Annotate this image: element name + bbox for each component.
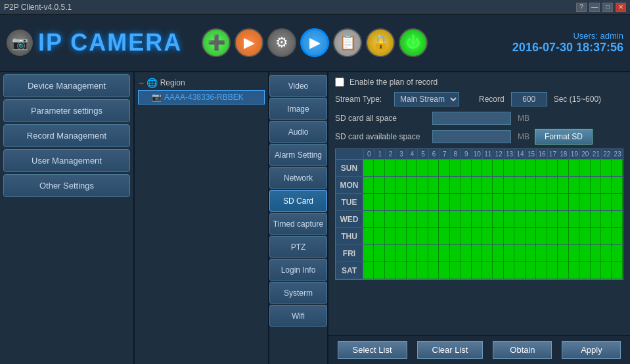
cell-tue-1[interactable] — [374, 194, 384, 210]
cell-mon-13[interactable] — [504, 177, 514, 193]
cell-sat-3[interactable] — [395, 262, 406, 279]
cell-fri-13[interactable] — [504, 245, 514, 262]
cell-tue-4[interactable] — [407, 194, 417, 210]
cell-wed-13[interactable] — [504, 211, 514, 227]
cell-mon-15[interactable] — [526, 177, 536, 193]
cell-fri-17[interactable] — [547, 245, 558, 262]
cell-wed-22[interactable] — [601, 211, 612, 227]
cell-fri-2[interactable] — [385, 245, 395, 262]
cell-sun-19[interactable] — [569, 160, 579, 176]
cell-fri-9[interactable] — [461, 245, 471, 262]
cell-mon-6[interactable] — [428, 177, 439, 193]
cell-sun-12[interactable] — [493, 160, 503, 176]
cell-mon-10[interactable] — [472, 177, 482, 193]
cell-fri-8[interactable] — [450, 245, 461, 262]
sidebar-item-device-management[interactable]: Device Management — [3, 74, 130, 97]
cell-tue-0[interactable] — [363, 194, 374, 210]
cell-wed-23[interactable] — [612, 211, 622, 227]
cell-wed-4[interactable] — [407, 211, 417, 227]
cell-wed-5[interactable] — [417, 211, 428, 227]
cell-wed-0[interactable] — [363, 211, 374, 227]
cell-sat-0[interactable] — [363, 262, 374, 279]
cell-tue-13[interactable] — [504, 194, 514, 210]
cell-sat-19[interactable] — [569, 262, 579, 279]
minimize-button[interactable]: — — [589, 3, 600, 12]
gear-toolbar-btn[interactable]: ⚙ — [267, 28, 296, 57]
file-toolbar-btn[interactable]: 📋 — [333, 28, 362, 57]
cell-sun-8[interactable] — [450, 160, 461, 176]
cell-sun-15[interactable] — [526, 160, 536, 176]
cell-sat-17[interactable] — [547, 262, 558, 279]
enable-plan-checkbox[interactable] — [335, 78, 344, 87]
cell-tue-11[interactable] — [482, 194, 493, 210]
cell-wed-8[interactable] — [450, 211, 461, 227]
cell-sun-23[interactable] — [612, 160, 622, 176]
tab-ptz[interactable]: PTZ — [269, 236, 327, 258]
tab-network[interactable]: Network — [269, 167, 327, 189]
cell-fri-15[interactable] — [526, 245, 536, 262]
cell-wed-3[interactable] — [395, 211, 406, 227]
cell-tue-23[interactable] — [612, 194, 622, 210]
cell-tue-21[interactable] — [591, 194, 601, 210]
cell-sat-8[interactable] — [450, 262, 461, 279]
cell-wed-16[interactable] — [536, 211, 547, 227]
tab-image[interactable]: Image — [269, 98, 327, 120]
cell-sun-4[interactable] — [407, 160, 417, 176]
cell-tue-16[interactable] — [536, 194, 547, 210]
cell-tue-10[interactable] — [472, 194, 482, 210]
cell-sun-17[interactable] — [547, 160, 558, 176]
cell-fri-4[interactable] — [407, 245, 417, 262]
cell-tue-12[interactable] — [493, 194, 503, 210]
cell-fri-14[interactable] — [514, 245, 525, 262]
cell-mon-5[interactable] — [417, 177, 428, 193]
cell-wed-1[interactable] — [374, 211, 384, 227]
cell-sun-6[interactable] — [428, 160, 439, 176]
cell-mon-8[interactable] — [450, 177, 461, 193]
cell-sun-7[interactable] — [439, 160, 449, 176]
cell-fri-18[interactable] — [558, 245, 568, 262]
cell-mon-17[interactable] — [547, 177, 558, 193]
cell-mon-18[interactable] — [558, 177, 568, 193]
cell-sun-22[interactable] — [601, 160, 612, 176]
cell-thu-18[interactable] — [558, 228, 568, 244]
cell-tue-9[interactable] — [461, 194, 471, 210]
sidebar-item-record-management[interactable]: Record Management — [3, 124, 130, 147]
tree-region-row[interactable]: – 🌐 Region — [138, 76, 265, 90]
clear-list-btn[interactable]: Clear List — [417, 341, 484, 359]
cell-wed-11[interactable] — [482, 211, 493, 227]
cell-wed-21[interactable] — [591, 211, 601, 227]
cell-sat-1[interactable] — [374, 262, 384, 279]
cell-thu-19[interactable] — [569, 228, 579, 244]
obtain-btn[interactable]: Obtain — [493, 341, 552, 359]
cell-mon-2[interactable] — [385, 177, 395, 193]
cell-sun-16[interactable] — [536, 160, 547, 176]
cell-tue-7[interactable] — [439, 194, 449, 210]
cell-thu-23[interactable] — [612, 228, 622, 244]
cell-tue-17[interactable] — [547, 194, 558, 210]
cell-mon-22[interactable] — [601, 177, 612, 193]
cell-tue-15[interactable] — [526, 194, 536, 210]
cell-mon-16[interactable] — [536, 177, 547, 193]
cell-thu-12[interactable] — [493, 228, 503, 244]
cell-thu-8[interactable] — [450, 228, 461, 244]
cell-thu-21[interactable] — [591, 228, 601, 244]
cell-sat-22[interactable] — [601, 262, 612, 279]
cell-sat-6[interactable] — [428, 262, 439, 279]
cell-tue-8[interactable] — [450, 194, 461, 210]
cell-mon-11[interactable] — [482, 177, 493, 193]
tree-device-row[interactable]: 📷 AAAA-438336-RBBEK — [138, 90, 265, 104]
cell-sat-15[interactable] — [526, 262, 536, 279]
tree-collapse-arrow[interactable]: – — [139, 78, 144, 87]
cell-wed-17[interactable] — [547, 211, 558, 227]
add-toolbar-btn[interactable]: ➕ — [202, 28, 231, 57]
tab-sdcard[interactable]: SD Card — [269, 190, 327, 212]
cell-thu-0[interactable] — [363, 228, 374, 244]
cell-fri-22[interactable] — [601, 245, 612, 262]
cell-tue-14[interactable] — [514, 194, 525, 210]
cell-fri-23[interactable] — [612, 245, 622, 262]
cell-mon-20[interactable] — [579, 177, 590, 193]
cell-sat-13[interactable] — [504, 262, 514, 279]
cell-tue-6[interactable] — [428, 194, 439, 210]
cell-sat-7[interactable] — [439, 262, 449, 279]
format-sd-btn[interactable]: Format SD — [535, 129, 593, 145]
